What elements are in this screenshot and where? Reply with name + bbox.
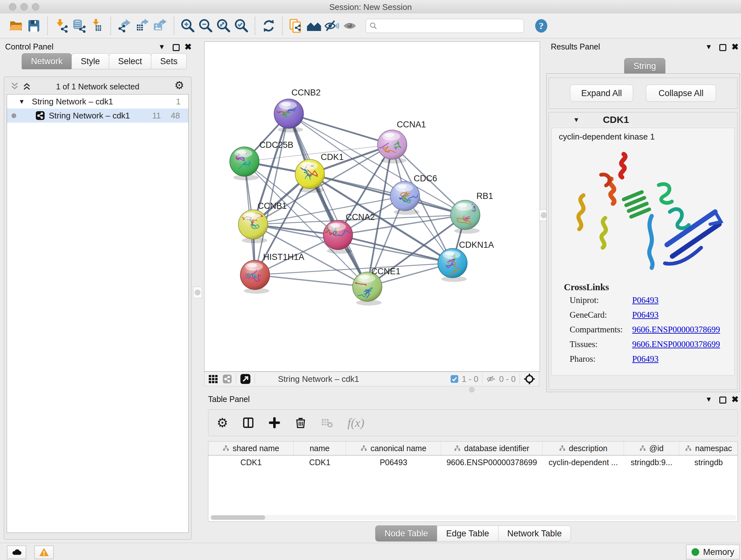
control-panel-float-icon[interactable] bbox=[173, 44, 180, 51]
table-cell[interactable]: P06493 bbox=[346, 455, 441, 469]
network-tree: ▼ String Network – cdk1 1 String Network… bbox=[7, 94, 189, 533]
refresh-button[interactable] bbox=[260, 16, 278, 36]
import-network-file-button[interactable] bbox=[52, 16, 70, 36]
horizontal-splitter-dot[interactable] bbox=[469, 387, 475, 392]
delete-column-icon[interactable] bbox=[294, 417, 307, 429]
column-header[interactable]: description bbox=[542, 442, 624, 455]
control-panel-title: Control Panel bbox=[5, 42, 53, 51]
first-neighbors-button[interactable] bbox=[305, 16, 323, 36]
expand-all-button[interactable]: Expand All bbox=[570, 84, 633, 102]
table-panel-float-icon[interactable] bbox=[719, 396, 726, 403]
column-header[interactable]: name bbox=[293, 442, 346, 455]
table-horizontal-scrollbar[interactable] bbox=[210, 515, 736, 520]
node-CCNB2[interactable] bbox=[274, 99, 304, 132]
tab-string[interactable]: String bbox=[624, 58, 665, 74]
column-header[interactable]: database identifier bbox=[441, 442, 542, 455]
crosslink-link[interactable]: P06493 bbox=[632, 354, 659, 364]
crosslink-link[interactable]: 9606.ENSP00000378699 bbox=[632, 339, 720, 349]
network-row-selected[interactable]: String Network – cdk1 11 48 bbox=[7, 109, 188, 123]
crosshair-icon[interactable] bbox=[524, 373, 535, 385]
zoom-in-button[interactable] bbox=[179, 16, 197, 36]
table-cell[interactable]: stringdb bbox=[679, 455, 738, 469]
zoom-out-button[interactable] bbox=[197, 16, 214, 36]
table-panel-close-icon[interactable]: ✖ bbox=[731, 396, 739, 403]
results-actions: Expand All Collapse All bbox=[549, 78, 738, 109]
node-CDC25B[interactable] bbox=[230, 147, 259, 180]
node-CDK1[interactable] bbox=[295, 159, 325, 193]
table-cell[interactable]: CDK1 bbox=[208, 455, 293, 469]
collection-expand-triangle-icon[interactable]: ▼ bbox=[18, 98, 25, 105]
table-tabs: Node Table Edge Table Network Table bbox=[208, 525, 738, 542]
show-all-button[interactable] bbox=[341, 16, 359, 36]
import-network-database-button[interactable] bbox=[70, 16, 88, 36]
export-network-button[interactable] bbox=[116, 16, 133, 36]
network-options-gear-icon[interactable]: ⚙ bbox=[175, 79, 184, 91]
table-row[interactable]: CDK1CDK1P064939606.ENSP00000378699cyclin… bbox=[208, 455, 738, 469]
crosslink-link[interactable]: 9606.ENSP00000378699 bbox=[632, 325, 720, 334]
tab-network-table[interactable]: Network Table bbox=[498, 525, 571, 542]
node-HIST1H1A[interactable] bbox=[240, 260, 270, 294]
selected-checkbox-icon[interactable] bbox=[450, 375, 459, 383]
scrollbar-thumb[interactable] bbox=[211, 515, 265, 520]
results-panel-float-icon[interactable] bbox=[719, 44, 726, 51]
zoom-selected-button[interactable] bbox=[232, 16, 250, 36]
network-share-gray-icon[interactable] bbox=[222, 374, 232, 384]
zoom-fit-button[interactable] bbox=[214, 16, 232, 36]
edge[interactable] bbox=[289, 114, 392, 145]
results-panel-close-icon[interactable]: ✖ bbox=[731, 44, 739, 51]
column-header[interactable]: namespac bbox=[679, 442, 738, 455]
help-button[interactable]: ? bbox=[532, 16, 550, 36]
new-network-from-selection-button[interactable] bbox=[287, 16, 305, 36]
table-panel-collapse-icon[interactable]: ▼ bbox=[705, 395, 712, 403]
tab-node-table[interactable]: Node Table bbox=[375, 525, 437, 542]
node-RB1[interactable] bbox=[451, 199, 480, 234]
export-table-button[interactable] bbox=[133, 16, 151, 36]
column-header[interactable]: shared name bbox=[208, 442, 293, 455]
search-input[interactable] bbox=[378, 21, 521, 30]
open-session-button[interactable] bbox=[7, 16, 25, 36]
gene-expand-triangle-icon[interactable]: ▼ bbox=[573, 116, 580, 124]
add-column-icon[interactable] bbox=[268, 417, 280, 429]
node-CDKN1A[interactable] bbox=[438, 248, 467, 282]
tab-select[interactable]: Select bbox=[109, 53, 151, 69]
left-splitter-handle[interactable] bbox=[193, 287, 202, 298]
node-CCNA1[interactable] bbox=[374, 130, 407, 164]
tab-style[interactable]: Style bbox=[71, 53, 109, 69]
network-collection-row[interactable]: ▼ String Network – cdk1 1 bbox=[7, 95, 188, 109]
show-columns-icon[interactable] bbox=[242, 417, 254, 429]
table-cell[interactable]: CDK1 bbox=[293, 455, 346, 469]
results-panel-collapse-icon[interactable]: ▼ bbox=[705, 43, 712, 51]
edge[interactable] bbox=[255, 114, 289, 275]
birdseye-view-icon[interactable] bbox=[240, 374, 251, 384]
node-CCNE1[interactable] bbox=[342, 272, 382, 306]
tab-network[interactable]: Network bbox=[22, 53, 72, 69]
control-panel-collapse-icon[interactable]: ▼ bbox=[158, 43, 165, 51]
splitter-dot-icon bbox=[541, 212, 547, 218]
table-cell[interactable]: 9606.ENSP00000378699 bbox=[441, 455, 542, 469]
edge[interactable] bbox=[310, 174, 465, 215]
warning-status-button[interactable] bbox=[35, 546, 54, 559]
edge[interactable] bbox=[255, 275, 367, 287]
crosslink-link[interactable]: P06493 bbox=[632, 310, 659, 320]
hierarchy-column-icon bbox=[559, 445, 566, 451]
import-table-button[interactable] bbox=[88, 16, 106, 36]
network-graph[interactable]: CCNB2CCNA1CDC25BCDK1CDC6RB1CCNB1CCNA2CDK… bbox=[205, 42, 539, 371]
collapse-all-button[interactable]: Collapse All bbox=[646, 84, 716, 102]
hide-selected-button[interactable] bbox=[323, 16, 341, 36]
column-header[interactable]: canonical name bbox=[346, 442, 441, 455]
table-cell[interactable]: cyclin-dependent ... bbox=[542, 455, 624, 469]
tab-edge-table[interactable]: Edge Table bbox=[437, 525, 498, 542]
control-panel-close-icon[interactable]: ✖ bbox=[185, 44, 192, 51]
network-canvas[interactable]: CCNB2CCNA1CDC25BCDK1CDC6RB1CCNB1CCNA2CDK… bbox=[204, 42, 540, 372]
grid-view-icon[interactable] bbox=[208, 374, 218, 384]
column-header[interactable]: @id bbox=[624, 442, 679, 455]
cloud-status-button[interactable] bbox=[7, 546, 26, 559]
tab-sets[interactable]: Sets bbox=[151, 53, 187, 69]
memory-button[interactable]: Memory bbox=[686, 545, 740, 559]
gene-section: ▼ CDK1 cyclin-dependent kinase 1 bbox=[549, 112, 738, 390]
table-cell[interactable]: stringdb:9... bbox=[624, 455, 679, 469]
save-session-button[interactable] bbox=[25, 16, 43, 36]
crosslink-link[interactable]: P06493 bbox=[632, 295, 659, 305]
export-image-button[interactable] bbox=[151, 16, 169, 36]
table-options-gear-icon[interactable]: ⚙ bbox=[217, 415, 228, 430]
